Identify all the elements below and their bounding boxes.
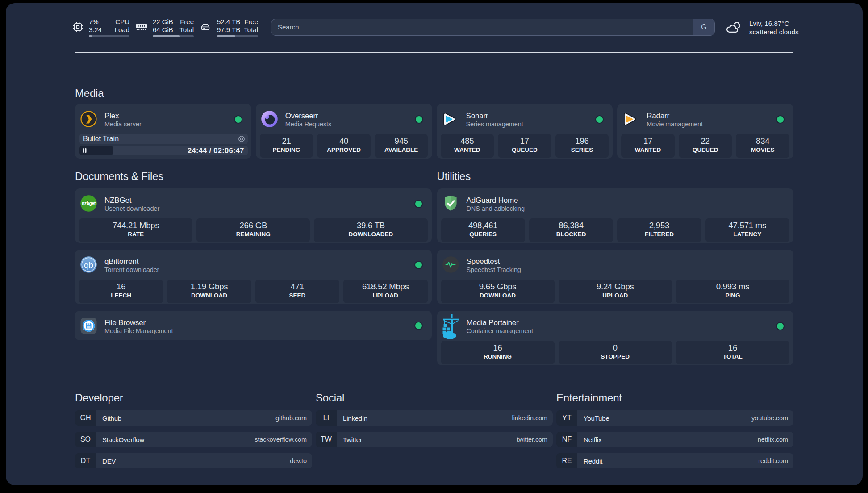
svg-text:qb: qb bbox=[84, 260, 93, 270]
svg-text:nzbget: nzbget bbox=[82, 201, 96, 206]
